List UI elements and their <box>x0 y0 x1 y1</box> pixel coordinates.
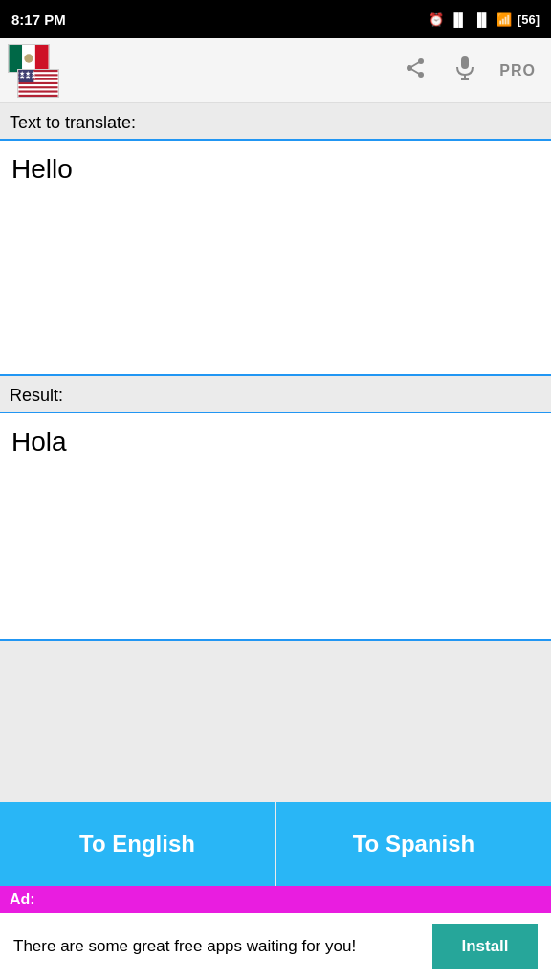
status-time: 8:17 PM <box>11 11 66 28</box>
share-button[interactable] <box>400 53 430 89</box>
main-content: Text to translate: Hello Result: Hola <box>0 103 551 802</box>
status-bar: 8:17 PM ⏰ ▐▌ ▐▌ 📶 [56] <box>0 0 551 38</box>
svg-rect-10 <box>18 90 57 92</box>
toolbar: ★★★ ★★★ PRO <box>0 38 551 103</box>
input-label: Text to translate: <box>0 103 551 139</box>
wifi-icon: 📶 <box>496 12 512 27</box>
svg-rect-11 <box>18 94 57 96</box>
svg-rect-0 <box>9 45 22 72</box>
status-icons: ⏰ ▐▌ ▐▌ 📶 [56] <box>429 12 540 27</box>
translation-buttons: To English To Spanish <box>0 802 551 886</box>
svg-point-3 <box>24 54 33 62</box>
install-button[interactable]: Install <box>432 924 538 969</box>
signal2-icon: ▐▌ <box>473 12 490 27</box>
result-label: Result: <box>0 376 551 412</box>
ad-banner: There are some great free apps waiting f… <box>0 913 551 980</box>
input-wrapper: Hello <box>0 139 551 376</box>
svg-line-18 <box>409 61 421 68</box>
share-icon <box>404 56 427 79</box>
ad-message: There are some great free apps waiting f… <box>13 937 432 956</box>
language-flags[interactable]: ★★★ ★★★ <box>8 44 61 98</box>
to-english-button[interactable]: To English <box>0 802 276 886</box>
pro-badge[interactable]: PRO <box>499 62 536 79</box>
input-section: Text to translate: Hello <box>0 103 551 376</box>
translate-input[interactable]: Hello <box>0 141 551 370</box>
result-text: Hola <box>11 427 67 457</box>
alarm-icon: ⏰ <box>429 12 444 27</box>
svg-rect-8 <box>18 81 57 83</box>
result-section: Result: Hola <box>0 376 551 641</box>
svg-rect-20 <box>461 56 469 69</box>
ad-bar: Ad: <box>0 886 551 913</box>
battery-icon: [56] <box>518 12 540 27</box>
svg-line-19 <box>409 68 421 75</box>
svg-rect-2 <box>35 45 49 72</box>
toolbar-actions: PRO <box>400 52 543 90</box>
to-spanish-button[interactable]: To Spanish <box>276 802 551 886</box>
result-area: Hola <box>0 412 551 641</box>
signal1-icon: ▐▌ <box>450 12 467 27</box>
svg-rect-9 <box>18 86 57 88</box>
microphone-icon <box>453 56 476 80</box>
ad-label: Ad: <box>10 891 35 907</box>
microphone-button[interactable] <box>450 52 480 90</box>
svg-text:★★★: ★★★ <box>19 69 36 78</box>
usa-flag: ★★★ ★★★ <box>17 69 59 98</box>
